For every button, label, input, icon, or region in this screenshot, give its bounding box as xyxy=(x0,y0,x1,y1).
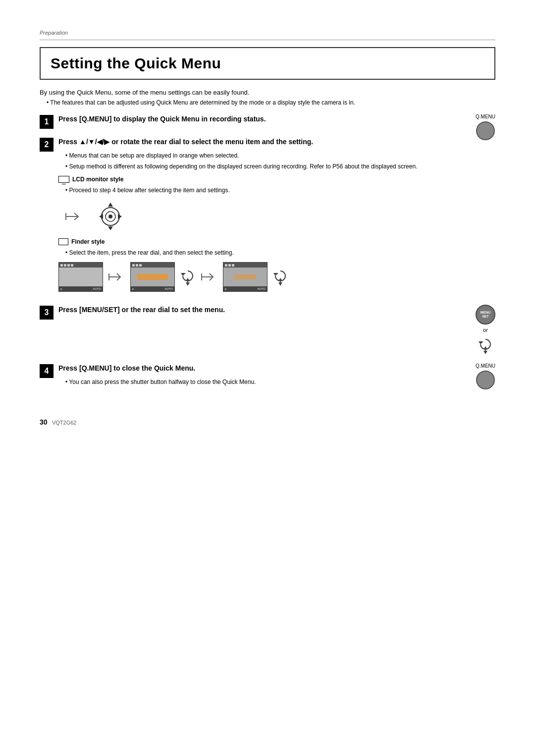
monitor-icon xyxy=(58,176,69,183)
step-3-aside: MENUSET or xyxy=(476,305,495,355)
finder-diagram: p AUTO xyxy=(58,262,495,292)
svg-marker-7 xyxy=(108,226,113,230)
rear-dial-step3 xyxy=(478,335,493,355)
dial-arrows-svg xyxy=(98,202,123,231)
step-3-block: 3 Press [MENU/SET] or the rear dial to s… xyxy=(40,305,495,355)
step-1-number: 1 xyxy=(40,115,54,129)
finder-style-label: Finder style xyxy=(58,238,495,245)
svg-marker-18 xyxy=(278,282,282,286)
svg-marker-10 xyxy=(181,273,186,276)
arrow-right-icon xyxy=(63,209,83,224)
lcd-style-label: LCD monitor style xyxy=(58,176,495,183)
svg-marker-6 xyxy=(118,214,122,219)
finder-screen-2: p AUTO xyxy=(130,262,175,292)
lcd-diagram xyxy=(58,202,495,231)
step-3-number: 3 xyxy=(40,306,54,320)
svg-point-4 xyxy=(108,215,112,218)
finder-screen-3: p AUTO xyxy=(223,262,268,292)
svg-marker-23 xyxy=(483,346,487,349)
step-4-block: 4 Press [Q.MENU] to close the Quick Menu… xyxy=(40,363,495,388)
svg-marker-13 xyxy=(186,278,190,281)
finder-label-text: Finder style xyxy=(71,238,105,245)
step-1-content: Press [Q.MENU] to display the Quick Menu… xyxy=(58,114,495,124)
svg-marker-20 xyxy=(479,341,483,344)
step-4-bullet-1: You can also press the shutter button ha… xyxy=(62,378,495,386)
step-4-text: Press [Q.MENU] to close the Quick Menu. xyxy=(58,363,495,374)
step-4-sub-bullets: You can also press the shutter button ha… xyxy=(58,378,495,386)
step-2-block: 2 Press ▲/▼/◀/▶ or rotate the rear dial … xyxy=(40,137,495,297)
step-4-content: Press [Q.MENU] to close the Quick Menu. … xyxy=(58,363,495,388)
step-1-text: Press [Q.MENU] to display the Quick Menu… xyxy=(58,114,495,124)
finder-bullet: Select the item, press the rear dial, an… xyxy=(62,248,495,257)
intro-bullet: The features that can be adjusted using … xyxy=(44,98,495,107)
menu-set-button: MENUSET xyxy=(476,305,495,324)
rotate-dial-icon-2 xyxy=(272,267,288,287)
title-box: Setting the Quick Menu xyxy=(40,47,495,80)
rotate-dial-icon xyxy=(180,267,196,287)
finder-icon xyxy=(58,238,68,245)
section-label: Preparation xyxy=(40,30,495,36)
step-2-bullet-2: Setup method is different as following d… xyxy=(62,162,495,171)
step-2-sub-bullets: Menus that can be setup are displayed in… xyxy=(58,151,495,171)
lcd-proceed-bullet: Proceed to step 4 below after selecting … xyxy=(62,186,495,195)
finder-screen-1: p AUTO xyxy=(58,262,103,292)
dial-control-icon xyxy=(98,202,123,231)
svg-marker-22 xyxy=(483,351,487,354)
finder-arrow-2 xyxy=(201,271,218,283)
svg-marker-16 xyxy=(273,273,278,276)
lcd-monitor-label-text: LCD monitor style xyxy=(72,176,123,183)
page-number: 30 xyxy=(40,418,48,426)
step-3-content: Press [MENU/SET] or the rear dial to set… xyxy=(58,305,476,315)
step-2-text: Press ▲/▼/◀/▶ or rotate the rear dial to… xyxy=(58,137,495,147)
step-4-aside: Q.MENU xyxy=(476,363,495,389)
step-2-bullet-1: Menus that can be setup are displayed in… xyxy=(62,151,495,160)
svg-marker-12 xyxy=(186,282,190,286)
qmenu-button-4 xyxy=(476,371,495,389)
step-3-text: Press [MENU/SET] or the rear dial to set… xyxy=(58,305,476,315)
or-text: or xyxy=(483,327,488,333)
svg-marker-1 xyxy=(108,203,113,207)
step-2-number: 2 xyxy=(40,138,54,152)
svg-marker-5 xyxy=(99,214,103,219)
page-title: Setting the Quick Menu xyxy=(51,55,484,72)
finder-arrow-1 xyxy=(108,271,125,283)
step-1-block: 1 Press [Q.MENU] to display the Quick Me… xyxy=(40,114,495,129)
qmenu-label-1: Q.MENU xyxy=(476,114,495,119)
svg-marker-19 xyxy=(278,278,282,281)
page-footer: 30 VQT2G62 xyxy=(40,418,495,426)
doc-code: VQT2G62 xyxy=(52,420,77,426)
qmenu-label-4: Q.MENU xyxy=(476,363,495,369)
step-2-content: Press ▲/▼/◀/▶ or rotate the rear dial to… xyxy=(58,137,495,297)
intro-text: By using the Quick Menu, some of the men… xyxy=(40,89,495,96)
section-divider xyxy=(40,40,495,40)
step-4-number: 4 xyxy=(40,364,54,378)
